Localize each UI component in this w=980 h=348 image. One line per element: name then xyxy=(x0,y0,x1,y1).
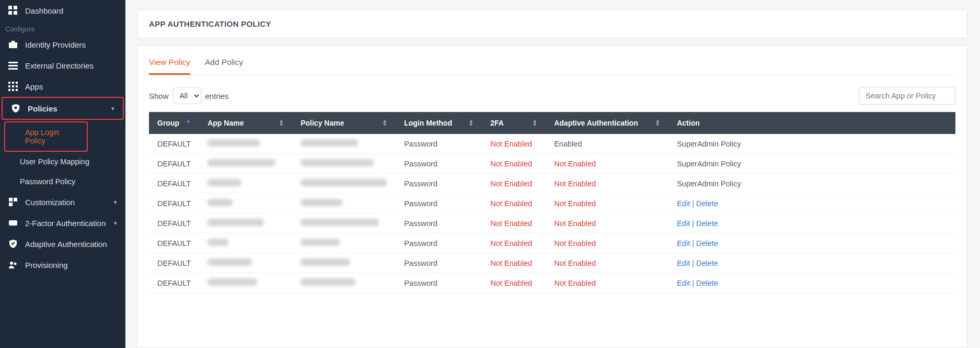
cell-policy-name xyxy=(292,214,396,233)
main-content: APP AUTHENTICATION POLICY View Policy Ad… xyxy=(125,0,980,348)
cell-login-method: Password xyxy=(396,233,482,253)
grid-icon xyxy=(8,82,18,91)
sort-icon: ▲▼ xyxy=(279,119,284,126)
cell-login-method: Password xyxy=(396,174,482,194)
tab-view-policy[interactable]: View Policy xyxy=(149,58,190,75)
cell-group: DEFAULT xyxy=(149,273,199,293)
delete-link[interactable]: Delete xyxy=(696,199,718,208)
cell-2fa: Not Enabled xyxy=(482,174,546,194)
cell-group: DEFAULT xyxy=(149,233,199,253)
col-policy-name[interactable]: Policy Name ▲▼ xyxy=(292,112,396,134)
sort-icon: ▲▼ xyxy=(655,119,660,126)
delete-link[interactable]: Delete xyxy=(696,259,718,267)
sidebar-sub-app-login-policy[interactable]: App Login Policy xyxy=(4,121,88,152)
cell-policy-name xyxy=(292,174,396,194)
cell-policy-name xyxy=(292,134,396,154)
cell-policy-name xyxy=(292,253,396,273)
link-separator: | xyxy=(690,199,696,208)
cell-login-method: Password xyxy=(396,253,482,273)
svg-rect-4 xyxy=(9,42,17,48)
cell-adaptive: Enabled xyxy=(546,134,668,154)
cell-policy-name xyxy=(292,154,396,174)
shield-check-icon xyxy=(8,239,18,249)
cell-policy-name xyxy=(292,273,396,293)
sidebar-item-provisioning[interactable]: Provisioning xyxy=(0,254,125,275)
policy-card: View Policy Add Policy Show All entries xyxy=(137,46,967,348)
page-title: APP AUTHENTICATION POLICY xyxy=(137,9,967,38)
cell-action: SuperAdmin Policy xyxy=(668,154,955,174)
cell-adaptive: Not Enabled xyxy=(546,233,668,253)
sort-icon: ▲▼ xyxy=(532,119,537,126)
svg-rect-22 xyxy=(9,220,17,226)
entries-select[interactable]: All xyxy=(173,87,201,104)
tab-add-policy[interactable]: Add Policy xyxy=(205,58,243,75)
svg-rect-20 xyxy=(14,198,17,201)
svg-rect-3 xyxy=(14,11,17,15)
sidebar-item-label: Identity Providers xyxy=(25,40,117,49)
col-group[interactable]: Group ▲ xyxy=(149,112,199,134)
delete-link[interactable]: Delete xyxy=(696,239,718,248)
col-login-method[interactable]: Login Method ▲▼ xyxy=(396,112,482,134)
entries-label: entries xyxy=(205,92,229,100)
sidebar-section-configure: Configure xyxy=(0,21,125,34)
svg-rect-5 xyxy=(11,41,15,42)
svg-point-23 xyxy=(10,262,13,265)
cell-login-method: Password xyxy=(396,273,482,293)
sidebar-item-customization[interactable]: Customization ▾ xyxy=(0,192,125,212)
shield-icon xyxy=(11,104,20,113)
edit-link[interactable]: Edit xyxy=(677,219,690,228)
edit-link[interactable]: Edit xyxy=(677,259,690,267)
delete-link[interactable]: Delete xyxy=(696,279,718,287)
cell-2fa: Not Enabled xyxy=(482,134,546,154)
link-separator: | xyxy=(690,239,696,248)
sidebar-item-policies[interactable]: Policies ▾ xyxy=(2,97,124,120)
svg-rect-9 xyxy=(8,82,10,84)
cell-app-name xyxy=(199,174,292,194)
table-row: DEFAULTPasswordNot EnabledNot EnabledEdi… xyxy=(149,253,955,273)
svg-point-18 xyxy=(15,107,17,109)
sidebar-item-external-directories[interactable]: External Directories xyxy=(0,55,125,76)
sidebar-sub-user-policy-mapping[interactable]: User Policy Mapping xyxy=(0,152,125,172)
sidebar-item-2fa[interactable]: 2-Factor Authentication ▾ xyxy=(0,212,125,233)
link-separator: | xyxy=(690,279,696,287)
sidebar-item-identity-providers[interactable]: Identity Providers xyxy=(0,34,125,55)
col-2fa[interactable]: 2FA ▲▼ xyxy=(482,112,546,134)
sidebar-item-adaptive-auth[interactable]: Adaptive Authentication xyxy=(0,233,125,254)
cell-adaptive: Not Enabled xyxy=(546,253,668,273)
cell-2fa: Not Enabled xyxy=(482,233,546,253)
show-label: Show xyxy=(149,92,169,100)
cell-group: DEFAULT xyxy=(149,154,199,174)
cell-login-method: Password xyxy=(396,134,482,154)
cell-login-method: Password xyxy=(396,214,482,233)
svg-point-24 xyxy=(14,263,17,265)
sidebar-item-dashboard[interactable]: Dashboard xyxy=(0,0,125,21)
sidebar-sub-password-policy[interactable]: Password Policy xyxy=(0,172,125,192)
svg-rect-19 xyxy=(9,198,13,201)
table-row: DEFAULTPasswordNot EnabledNot EnabledEdi… xyxy=(149,194,955,214)
col-app-name[interactable]: App Name ▲▼ xyxy=(199,112,292,134)
svg-rect-16 xyxy=(12,89,14,91)
cell-app-name xyxy=(199,214,292,233)
cell-2fa: Not Enabled xyxy=(482,194,546,214)
edit-link[interactable]: Edit xyxy=(677,239,690,248)
svg-rect-1 xyxy=(14,6,17,9)
edit-link[interactable]: Edit xyxy=(677,199,690,208)
col-adaptive-auth[interactable]: Adaptive Authentication ▲▼ xyxy=(546,112,668,134)
col-action: Action xyxy=(668,112,955,134)
sidebar-item-label: Dashboard xyxy=(25,6,117,15)
edit-link[interactable]: Edit xyxy=(677,279,690,287)
svg-rect-10 xyxy=(12,82,14,84)
cell-2fa: Not Enabled xyxy=(482,214,546,233)
cell-app-name xyxy=(199,253,292,273)
delete-link[interactable]: Delete xyxy=(696,219,718,228)
cell-group: DEFAULT xyxy=(149,194,199,214)
search-input[interactable] xyxy=(859,87,955,105)
cell-action: Edit|Delete xyxy=(668,253,955,273)
svg-rect-13 xyxy=(12,85,14,87)
sort-icon: ▲▼ xyxy=(468,119,474,126)
sidebar-item-label: 2-Factor Authentication xyxy=(25,219,114,228)
list-icon xyxy=(8,61,18,70)
svg-rect-6 xyxy=(8,62,18,63)
cell-login-method: Password xyxy=(396,154,482,174)
sidebar-item-apps[interactable]: Apps xyxy=(0,76,125,97)
